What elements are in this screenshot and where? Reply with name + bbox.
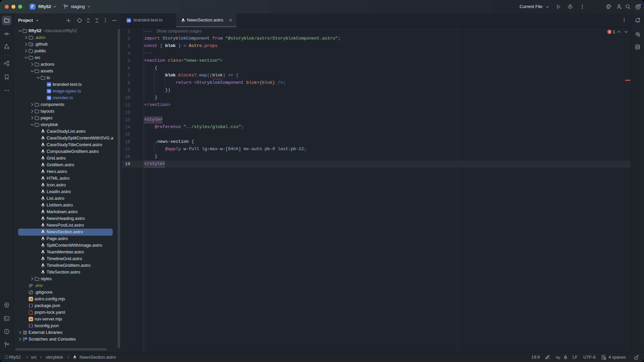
svg-text:T: T [549,358,550,360]
